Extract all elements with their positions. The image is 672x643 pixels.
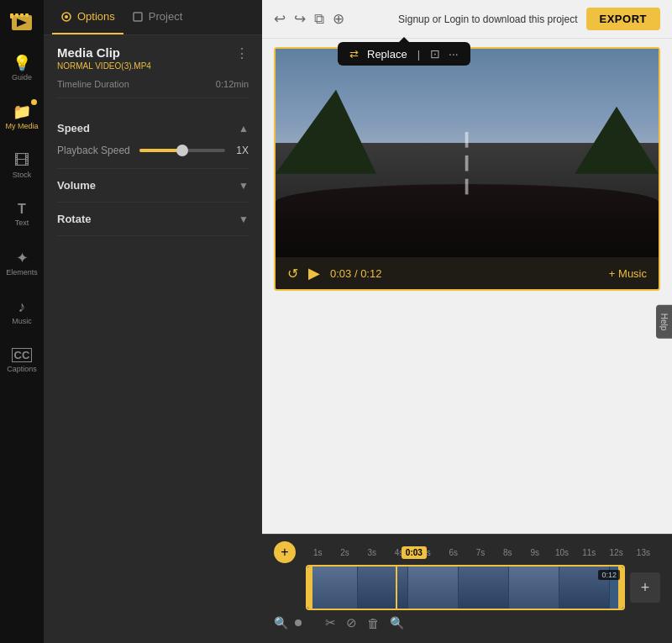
clip-duration-row: Timeline Duration 0:12min [57,79,249,98]
paste-icon[interactable]: ⊕ [333,10,344,28]
music-icon: ♪ [18,299,26,314]
zoom-tools: ✂ ⊘ 🗑 [325,615,380,630]
speed-slider-thumb[interactable] [176,145,188,156]
volume-section: Volume ▼ [57,169,249,203]
speed-section: Speed ▲ Playback Speed 1X [57,112,249,169]
sidebar-item-elements[interactable]: ✦ Elements [0,239,44,287]
replace-icon: ⇄ [349,48,359,61]
volume-chevron-icon: ▼ [239,180,249,192]
sidebar-item-music[interactable]: ♪ Music [0,287,44,336]
timeline-zoom-row: 🔍 ✂ ⊘ 🗑 🔍 [262,610,672,635]
tick-13s: 13s [630,548,657,557]
clip-subtitle: NORMAL VIDEO(3).MP4 [57,61,151,71]
panel-content: Media Clip NORMAL VIDEO(3).MP4 ⋮ Timelin… [44,35,262,643]
main-area: ↩ ↪ ⧉ ⊕ Signup or Login to download this… [262,0,672,643]
tick-11s: 11s [575,548,602,557]
video-preview: ↺ ▶ 0:03 / 0:12 + Music [274,47,660,291]
tick-2s: 2s [331,548,358,557]
tick-6s: 6s [440,548,467,557]
video-time-display: 0:03 / 0:12 [330,267,381,280]
options-panel: Options Project Media Clip NORMAL VIDEO(… [44,0,262,643]
volume-section-header[interactable]: Volume ▼ [57,169,249,202]
replace-label[interactable]: Replace [367,48,407,61]
timeline-track[interactable]: 0:12 [306,565,625,610]
tab-project[interactable]: Project [123,0,191,34]
tick-9s: 9s [522,548,549,557]
rotate-section: Rotate ▼ [57,203,249,236]
track-thumb-5 [509,567,559,609]
tick-7s: 7s [467,548,494,557]
zoom-indicator [295,619,302,626]
guide-icon: 💡 [13,55,31,71]
playback-speed-row: Playback Speed 1X [57,145,249,156]
speed-title: Speed [57,122,90,134]
duration-value: 0:12min [216,79,249,89]
top-bar: ↩ ↪ ⧉ ⊕ Signup or Login to download this… [262,0,672,39]
speed-section-header[interactable]: Speed ▲ [57,112,249,145]
replay-button[interactable]: ↺ [287,266,298,282]
timeline-add-button[interactable]: + [274,541,296,563]
speed-chevron-icon: ▲ [239,123,249,134]
play-button[interactable]: ▶ [308,264,320,282]
volume-title: Volume [57,179,96,192]
undo-icon[interactable]: ↩ [274,10,286,28]
svg-rect-9 [465,132,469,148]
sidebar-item-text[interactable]: T Text [0,190,44,239]
rotate-section-header[interactable]: Rotate ▼ [57,203,249,235]
timeline-track-row: 0:12 + [262,565,672,610]
tab-options[interactable]: Options [52,0,123,34]
dashboard [276,184,659,257]
delete-tool-icon[interactable]: 🗑 [367,616,380,630]
replace-tooltip: ⇄ Replace | ⊡ ··· [338,42,470,66]
sidebar-item-guide[interactable]: 💡 Guide [0,44,44,92]
tick-12s: 12s [602,548,629,557]
svg-point-7 [65,15,68,18]
help-tab[interactable]: Help [656,304,672,339]
notification-dot [31,99,37,105]
add-music-button[interactable]: + Music [609,267,647,280]
split-tool-icon[interactable]: ✂ [325,615,336,630]
rotate-chevron-icon: ▼ [239,213,249,225]
speed-slider[interactable] [139,149,225,152]
playhead-time-badge: 0:03 [402,546,427,559]
sidebar-item-my-media[interactable]: 📁 My Media [0,92,44,141]
svg-rect-11 [465,179,469,195]
copy-icon[interactable]: ⧉ [314,11,324,28]
speed-value: 1X [232,145,249,156]
text-icon: T [18,203,26,216]
svg-rect-5 [25,13,29,17]
crop-icon[interactable]: ⊡ [430,47,440,61]
sidebar-item-stock[interactable]: 🎞 Stock [0,141,44,190]
playhead-line [396,567,397,609]
zoom-out-icon[interactable]: 🔍 [274,616,288,630]
export-button[interactable]: EXPORT [586,8,660,30]
stock-icon: 🎞 [14,153,29,168]
svg-rect-4 [20,13,24,17]
project-tab-icon [132,11,144,23]
tick-1s: 1s [304,548,331,557]
video-frame [276,49,659,257]
track-left-handle[interactable] [307,567,312,609]
top-bar-left: ↩ ↪ ⧉ ⊕ [274,10,344,28]
video-controls: ↺ ▶ 0:03 / 0:12 + Music [276,257,659,289]
duration-label: Timeline Duration [57,79,129,89]
timeline-end-button[interactable]: + [630,572,660,603]
more-options-icon[interactable]: ··· [449,47,459,61]
captions-icon: CC [12,348,33,362]
scissors-tool-icon[interactable]: ⊘ [346,615,357,630]
track-thumb-1 [307,567,358,609]
my-media-icon: 📁 [13,104,31,119]
timeline-ruler: 0:03 1s 2s 3s 4s 5s 6s 7s 8s 9s 10s 11s … [301,548,660,557]
track-thumb-4 [459,567,509,609]
svg-rect-3 [15,13,18,17]
svg-rect-8 [134,13,142,21]
video-spacer [262,291,672,534]
road-markings [428,132,505,194]
tick-3s: 3s [359,548,386,557]
zoom-in-icon[interactable]: 🔍 [390,616,404,630]
sidebar-item-captions[interactable]: CC Captions [0,336,44,385]
top-bar-right: Signup or Login to download this project… [398,8,660,30]
redo-icon[interactable]: ↪ [294,10,306,28]
rotate-title: Rotate [57,213,91,225]
clip-menu-button[interactable]: ⋮ [235,45,249,61]
